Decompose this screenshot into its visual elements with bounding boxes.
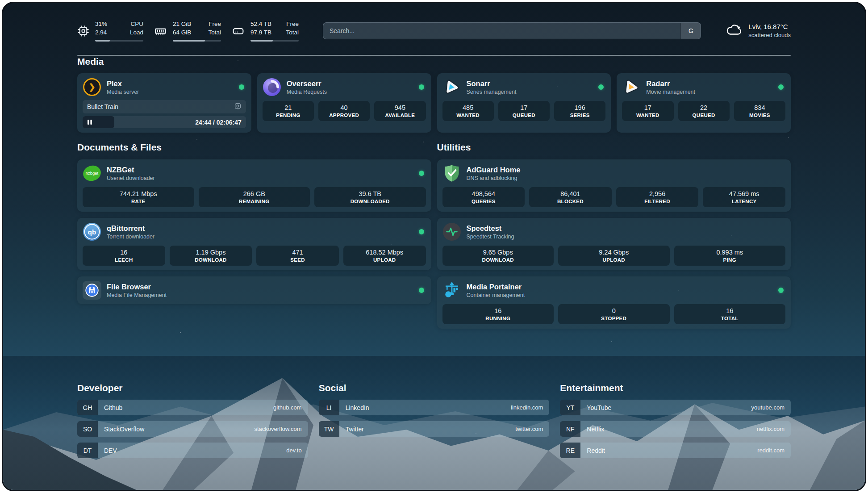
stat-queued: 17QUEUED <box>498 101 550 121</box>
github-name: Github <box>98 400 267 415</box>
stat-upload: 9.24 GbpsUPLOAD <box>558 246 670 266</box>
linkedin-name: LinkedIn <box>339 400 505 415</box>
bookmark-github[interactable]: GH Github github.com <box>77 400 308 415</box>
bookmark-linkedin[interactable]: LI LinkedIn linkedin.com <box>319 400 550 415</box>
cpu-chip-icon <box>77 25 89 37</box>
bookmark-dev[interactable]: DT DEV dev.to <box>77 443 308 458</box>
pause-icon[interactable] <box>87 119 92 125</box>
status-dot <box>419 171 424 176</box>
stat-download: 1.19 GbpsDOWNLOAD <box>170 246 252 266</box>
media-portainer-card[interactable]: Media Portainer Container management 16R… <box>437 276 791 329</box>
stat-queued: 22QUEUED <box>678 101 730 121</box>
file-browser-card[interactable]: File Browser Media File Management <box>77 276 431 304</box>
portainer-icon <box>442 281 461 300</box>
documents-files-heading: Documents & Files <box>77 142 431 153</box>
memory-free-value: 21 GiB <box>173 20 191 29</box>
stackoverflow-url: stackoverflow.com <box>248 421 308 437</box>
adguard-home-card[interactable]: AdGuard Home DNS and adblocking 498,564Q… <box>437 159 791 212</box>
developer-group: Developer GH Github github.com SO StackO… <box>77 382 308 458</box>
plex-card[interactable]: ❯ Plex Media server Bullet Train <box>77 73 251 133</box>
stat-available: 945AVAILABLE <box>374 101 426 121</box>
stat-downloaded: 39.6 TBDOWNLOADED <box>314 187 426 207</box>
status-dot <box>419 84 424 90</box>
memory-progress-bar <box>173 40 221 42</box>
radarr-card[interactable]: Radarr Movie management 17WANTED 22QUEUE… <box>617 73 791 133</box>
twitter-name: Twitter <box>339 421 509 437</box>
status-dot <box>598 84 604 90</box>
bookmark-stackoverflow[interactable]: SO StackOverflow stackoverflow.com <box>77 421 308 437</box>
radarr-subtitle: Movie management <box>646 89 773 95</box>
weather-condition: scattered clouds <box>748 31 791 39</box>
sonarr-card[interactable]: Sonarr Series management 485WANTED 17QUE… <box>437 73 611 133</box>
stat-running: 16RUNNING <box>442 304 554 324</box>
speedtest-icon <box>442 222 461 241</box>
nzbget-title: NZBGet <box>107 165 413 175</box>
search-provider-button[interactable]: G <box>680 23 701 39</box>
sonarr-subtitle: Series management <box>467 89 593 95</box>
portainer-title: Media Portainer <box>467 282 773 292</box>
plex-subtitle: Media server <box>107 89 234 95</box>
stat-approved: 40APPROVED <box>318 101 370 121</box>
disk-free-value: 52.4 TB <box>250 20 271 29</box>
search-input[interactable] <box>323 23 680 39</box>
stat-blocked: 86,401BLOCKED <box>529 187 612 207</box>
youtube-abbr: YT <box>560 400 580 415</box>
plex-icon: ❯ <box>83 78 101 96</box>
svg-text:nzbget: nzbget <box>86 171 99 175</box>
stat-rate: 744.21 MbpsRATE <box>83 187 194 207</box>
stat-latency: 47.569 msLATENCY <box>703 187 785 207</box>
disk-drive-icon <box>232 25 245 38</box>
sonarr-icon <box>442 78 461 96</box>
youtube-url: youtube.com <box>745 400 791 415</box>
twitter-abbr: TW <box>319 421 339 437</box>
bookmark-reddit[interactable]: RE Reddit reddit.com <box>560 443 791 458</box>
now-playing-title: Bullet Train <box>87 103 118 110</box>
memory-free-label: Free <box>209 20 221 29</box>
cpu-progress-bar <box>95 40 143 42</box>
documents-files-column: Documents & Files nzbget NZBGet Usenet d <box>77 142 431 304</box>
reddit-name: Reddit <box>580 443 751 458</box>
bookmark-twitter[interactable]: TW Twitter twitter.com <box>319 421 550 437</box>
qbittorrent-subtitle: Torrent downloader <box>107 234 413 240</box>
status-dot <box>778 84 784 90</box>
speedtest-title: Speedtest <box>467 224 786 233</box>
dashboard-window: 31% 2.94 CPU Load <box>2 2 866 491</box>
memory-total-value: 64 GiB <box>173 29 191 37</box>
stat-stopped: 0STOPPED <box>558 304 670 324</box>
dev-url: dev.to <box>280 443 308 458</box>
cpu-percent: 31% <box>95 20 107 29</box>
youtube-name: YouTube <box>580 400 745 415</box>
file-browser-subtitle: Media File Management <box>107 292 413 298</box>
linkedin-url: linkedin.com <box>505 400 549 415</box>
plex-playback-progress: 24:44 / 02:06:47 <box>83 116 246 128</box>
social-group: Social LI LinkedIn linkedin.com TW Twitt… <box>319 382 550 437</box>
utilities-heading: Utilities <box>437 142 791 153</box>
overseerr-subtitle: Media Requests <box>287 89 413 95</box>
overseerr-icon <box>263 78 281 96</box>
ram-icon <box>154 25 167 38</box>
weather-widget: Lviv, 16.87°C scattered clouds <box>726 22 791 39</box>
cpu-load-label: Load <box>130 29 143 37</box>
developer-heading: Developer <box>77 382 308 394</box>
bookmark-youtube[interactable]: YT YouTube youtube.com <box>560 400 791 415</box>
status-dot <box>419 288 424 293</box>
file-browser-icon <box>83 281 101 300</box>
reddit-abbr: RE <box>560 443 580 458</box>
stat-upload: 618.52 MbpsUPLOAD <box>343 246 426 266</box>
status-dot <box>239 84 244 90</box>
bookmark-netflix[interactable]: NF Netflix netflix.com <box>560 421 791 437</box>
cpu-widget: 31% 2.94 CPU Load <box>77 20 143 42</box>
stat-wanted: 17WANTED <box>622 101 673 121</box>
speedtest-card[interactable]: Speedtest Speedtest Tracking 9.65 GbpsDO… <box>437 218 791 270</box>
speedtest-subtitle: Speedtest Tracking <box>467 234 786 240</box>
nzbget-card[interactable]: nzbget NZBGet Usenet downloader 744.21 M… <box>77 159 431 212</box>
qbittorrent-card[interactable]: qb qBittorrent Torrent downloader 16LEEC… <box>77 218 431 270</box>
plex-now-playing-row: Bullet Train <box>83 100 246 113</box>
netflix-name: Netflix <box>580 421 751 437</box>
adguard-title: AdGuard Home <box>467 165 786 175</box>
netflix-url: netflix.com <box>751 421 791 437</box>
adguard-icon <box>442 164 461 183</box>
plex-title: Plex <box>107 79 234 88</box>
dev-abbr: DT <box>77 443 98 458</box>
overseerr-card[interactable]: Overseerr Media Requests 21PENDING 40APP… <box>257 73 431 133</box>
